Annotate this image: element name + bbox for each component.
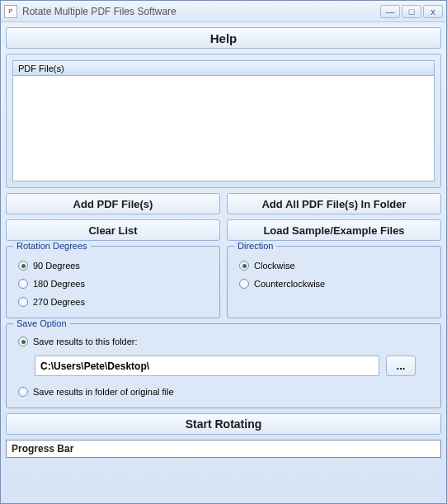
button-row-2: Clear List Load Sample/Example Files	[6, 219, 441, 241]
options-row: Rotation Degrees 90 Degrees 180 Degrees …	[6, 246, 441, 318]
save-legend: Save Option	[13, 318, 70, 328]
radio-save-original[interactable]: Save results in folder of original file	[15, 383, 432, 401]
app-icon: P	[4, 5, 17, 18]
content-area: Help PDF File(s) Add PDF File(s) Add All…	[1, 22, 446, 503]
radio-icon	[239, 261, 249, 271]
radio-clockwise[interactable]: Clockwise	[236, 257, 432, 275]
rotation-group: Rotation Degrees 90 Degrees 180 Degrees …	[6, 246, 220, 318]
save-option-group: Save Option Save results to this folder:…	[6, 323, 441, 408]
save-path-input[interactable]	[35, 356, 379, 376]
help-label: Help	[210, 31, 238, 45]
radio-save-folder[interactable]: Save results to this folder:	[15, 332, 432, 351]
add-folder-button[interactable]: Add All PDF File(s) In Folder	[227, 193, 441, 214]
app-window: P Rotate Multiple PDF Files Software — □…	[0, 0, 447, 504]
button-row-1: Add PDF File(s) Add All PDF File(s) In F…	[6, 193, 441, 214]
radio-icon	[18, 387, 28, 397]
radio-180[interactable]: 180 Degrees	[15, 275, 211, 293]
browse-button[interactable]: ...	[386, 356, 416, 376]
path-row: ...	[15, 351, 432, 383]
rotation-legend: Rotation Degrees	[13, 241, 91, 251]
close-button[interactable]: x	[423, 5, 443, 18]
window-controls: — □ x	[380, 5, 443, 18]
start-rotating-button[interactable]: Start Rotating	[6, 413, 441, 435]
radio-90[interactable]: 90 Degrees	[15, 257, 211, 275]
add-files-button[interactable]: Add PDF File(s)	[6, 193, 220, 214]
minimize-button[interactable]: —	[380, 5, 400, 18]
radio-270[interactable]: 270 Degrees	[15, 293, 211, 311]
radio-icon	[18, 297, 28, 307]
file-list[interactable]	[12, 75, 435, 181]
direction-group: Direction Clockwise Counterclockwise	[227, 246, 441, 318]
radio-icon	[239, 279, 249, 289]
radio-icon	[18, 279, 28, 289]
clear-list-button[interactable]: Clear List	[6, 219, 220, 241]
progress-bar: Progress Bar	[6, 440, 441, 458]
maximize-button[interactable]: □	[402, 5, 421, 18]
window-title: Rotate Multiple PDF Files Software	[22, 6, 380, 17]
file-list-panel: PDF File(s)	[6, 54, 441, 188]
direction-legend: Direction	[234, 241, 276, 251]
radio-icon	[18, 261, 28, 271]
titlebar: P Rotate Multiple PDF Files Software — □…	[1, 1, 446, 22]
load-sample-button[interactable]: Load Sample/Example Files	[227, 219, 441, 241]
radio-counterclockwise[interactable]: Counterclockwise	[236, 275, 432, 293]
radio-icon	[18, 337, 28, 346]
file-list-header: PDF File(s)	[12, 60, 435, 75]
help-button[interactable]: Help	[6, 27, 441, 49]
